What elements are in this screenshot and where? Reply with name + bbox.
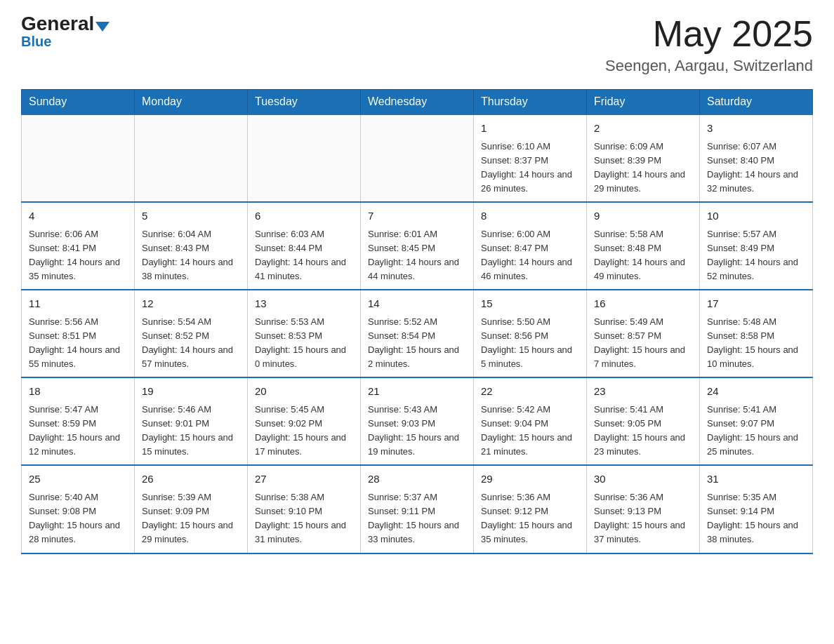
day-number: 29 (481, 471, 579, 488)
day-info: Sunrise: 6:07 AM Sunset: 8:40 PM Dayligh… (707, 140, 805, 196)
day-number: 9 (594, 208, 692, 224)
day-info: Sunrise: 5:36 AM Sunset: 9:12 PM Dayligh… (481, 490, 579, 547)
day-number: 15 (481, 296, 579, 312)
day-info: Sunrise: 5:41 AM Sunset: 9:05 PM Dayligh… (594, 403, 692, 459)
calendar-cell (248, 114, 361, 202)
day-number: 24 (707, 384, 805, 400)
day-info: Sunrise: 6:04 AM Sunset: 8:43 PM Dayligh… (142, 227, 240, 284)
location-subtitle: Seengen, Aargau, Switzerland (605, 57, 813, 75)
month-year-title: May 2025 (605, 14, 813, 54)
calendar-cell: 19Sunrise: 5:46 AM Sunset: 9:01 PM Dayli… (135, 377, 248, 465)
page-header: General Blue May 2025 Seengen, Aargau, S… (21, 14, 813, 75)
calendar-cell: 11Sunrise: 5:56 AM Sunset: 8:51 PM Dayli… (22, 290, 135, 377)
day-number: 4 (29, 208, 127, 224)
weekday-header-saturday: Saturday (700, 90, 813, 115)
day-info: Sunrise: 5:35 AM Sunset: 9:14 PM Dayligh… (707, 490, 805, 547)
logo-blue: Blue (21, 34, 51, 50)
calendar-cell (22, 114, 135, 202)
calendar-cell (361, 114, 474, 202)
calendar-cell: 23Sunrise: 5:41 AM Sunset: 9:05 PM Dayli… (587, 377, 700, 465)
day-info: Sunrise: 5:40 AM Sunset: 9:08 PM Dayligh… (29, 490, 127, 547)
calendar-cell: 8Sunrise: 6:00 AM Sunset: 8:47 PM Daylig… (474, 202, 587, 290)
weekday-header-thursday: Thursday (474, 90, 587, 115)
day-number: 31 (707, 471, 805, 488)
day-info: Sunrise: 5:42 AM Sunset: 9:04 PM Dayligh… (481, 403, 579, 459)
day-number: 27 (255, 471, 353, 488)
day-info: Sunrise: 5:39 AM Sunset: 9:09 PM Dayligh… (142, 490, 240, 547)
day-number: 7 (368, 208, 466, 224)
day-number: 8 (481, 208, 579, 224)
calendar-week-row: 18Sunrise: 5:47 AM Sunset: 8:59 PM Dayli… (22, 377, 813, 465)
calendar-cell: 25Sunrise: 5:40 AM Sunset: 9:08 PM Dayli… (22, 465, 135, 553)
calendar-cell: 18Sunrise: 5:47 AM Sunset: 8:59 PM Dayli… (22, 377, 135, 465)
day-number: 6 (255, 208, 353, 224)
day-info: Sunrise: 6:03 AM Sunset: 8:44 PM Dayligh… (255, 227, 353, 284)
day-number: 18 (29, 384, 127, 400)
calendar-cell: 21Sunrise: 5:43 AM Sunset: 9:03 PM Dayli… (361, 377, 474, 465)
weekday-header-wednesday: Wednesday (361, 90, 474, 115)
calendar-cell: 30Sunrise: 5:36 AM Sunset: 9:13 PM Dayli… (587, 465, 700, 553)
calendar-cell: 20Sunrise: 5:45 AM Sunset: 9:02 PM Dayli… (248, 377, 361, 465)
calendar-cell: 1Sunrise: 6:10 AM Sunset: 8:37 PM Daylig… (474, 114, 587, 202)
day-info: Sunrise: 5:49 AM Sunset: 8:57 PM Dayligh… (594, 315, 692, 372)
day-info: Sunrise: 6:06 AM Sunset: 8:41 PM Dayligh… (29, 227, 127, 284)
calendar-week-row: 11Sunrise: 5:56 AM Sunset: 8:51 PM Dayli… (22, 290, 813, 377)
calendar-cell: 24Sunrise: 5:41 AM Sunset: 9:07 PM Dayli… (700, 377, 813, 465)
calendar-cell: 31Sunrise: 5:35 AM Sunset: 9:14 PM Dayli… (700, 465, 813, 553)
calendar-cell: 6Sunrise: 6:03 AM Sunset: 8:44 PM Daylig… (248, 202, 361, 290)
calendar-cell: 5Sunrise: 6:04 AM Sunset: 8:43 PM Daylig… (135, 202, 248, 290)
day-info: Sunrise: 5:36 AM Sunset: 9:13 PM Dayligh… (594, 490, 692, 547)
logo-general: General (21, 14, 110, 34)
day-number: 5 (142, 208, 240, 224)
day-info: Sunrise: 5:43 AM Sunset: 9:03 PM Dayligh… (368, 403, 466, 459)
day-number: 25 (29, 471, 127, 488)
calendar-cell: 10Sunrise: 5:57 AM Sunset: 8:49 PM Dayli… (700, 202, 813, 290)
day-number: 20 (255, 384, 353, 400)
day-number: 13 (255, 296, 353, 312)
day-number: 22 (481, 384, 579, 400)
logo-general-text: General (21, 13, 94, 34)
calendar-week-row: 4Sunrise: 6:06 AM Sunset: 8:41 PM Daylig… (22, 202, 813, 290)
day-info: Sunrise: 5:48 AM Sunset: 8:58 PM Dayligh… (707, 315, 805, 372)
weekday-header-monday: Monday (135, 90, 248, 115)
calendar-cell (135, 114, 248, 202)
day-number: 30 (594, 471, 692, 488)
weekday-header-sunday: Sunday (22, 90, 135, 115)
day-number: 21 (368, 384, 466, 400)
day-info: Sunrise: 6:09 AM Sunset: 8:39 PM Dayligh… (594, 140, 692, 196)
day-info: Sunrise: 5:57 AM Sunset: 8:49 PM Dayligh… (707, 227, 805, 284)
day-info: Sunrise: 5:53 AM Sunset: 8:53 PM Dayligh… (255, 315, 353, 372)
day-info: Sunrise: 5:52 AM Sunset: 8:54 PM Dayligh… (368, 315, 466, 372)
day-info: Sunrise: 5:54 AM Sunset: 8:52 PM Dayligh… (142, 315, 240, 372)
day-number: 12 (142, 296, 240, 312)
day-number: 1 (481, 121, 579, 137)
calendar-cell: 22Sunrise: 5:42 AM Sunset: 9:04 PM Dayli… (474, 377, 587, 465)
calendar-week-row: 25Sunrise: 5:40 AM Sunset: 9:08 PM Dayli… (22, 465, 813, 553)
calendar-cell: 9Sunrise: 5:58 AM Sunset: 8:48 PM Daylig… (587, 202, 700, 290)
weekday-header-friday: Friday (587, 90, 700, 115)
day-number: 10 (707, 208, 805, 224)
day-number: 3 (707, 121, 805, 137)
calendar-cell: 14Sunrise: 5:52 AM Sunset: 8:54 PM Dayli… (361, 290, 474, 377)
day-info: Sunrise: 5:38 AM Sunset: 9:10 PM Dayligh… (255, 490, 353, 547)
calendar-cell: 12Sunrise: 5:54 AM Sunset: 8:52 PM Dayli… (135, 290, 248, 377)
day-info: Sunrise: 5:46 AM Sunset: 9:01 PM Dayligh… (142, 403, 240, 459)
day-number: 23 (594, 384, 692, 400)
day-info: Sunrise: 5:37 AM Sunset: 9:11 PM Dayligh… (368, 490, 466, 547)
day-info: Sunrise: 5:45 AM Sunset: 9:02 PM Dayligh… (255, 403, 353, 459)
weekday-header-tuesday: Tuesday (248, 90, 361, 115)
calendar-cell: 27Sunrise: 5:38 AM Sunset: 9:10 PM Dayli… (248, 465, 361, 553)
calendar-cell: 4Sunrise: 6:06 AM Sunset: 8:41 PM Daylig… (22, 202, 135, 290)
calendar-cell: 3Sunrise: 6:07 AM Sunset: 8:40 PM Daylig… (700, 114, 813, 202)
day-info: Sunrise: 5:41 AM Sunset: 9:07 PM Dayligh… (707, 403, 805, 459)
day-number: 26 (142, 471, 240, 488)
logo: General Blue (21, 14, 110, 50)
calendar-cell: 17Sunrise: 5:48 AM Sunset: 8:58 PM Dayli… (700, 290, 813, 377)
calendar-header-row: SundayMondayTuesdayWednesdayThursdayFrid… (22, 90, 813, 115)
day-number: 19 (142, 384, 240, 400)
logo-triangle-icon (95, 22, 110, 32)
day-number: 16 (594, 296, 692, 312)
day-number: 14 (368, 296, 466, 312)
title-block: May 2025 Seengen, Aargau, Switzerland (605, 14, 813, 75)
day-info: Sunrise: 5:47 AM Sunset: 8:59 PM Dayligh… (29, 403, 127, 459)
